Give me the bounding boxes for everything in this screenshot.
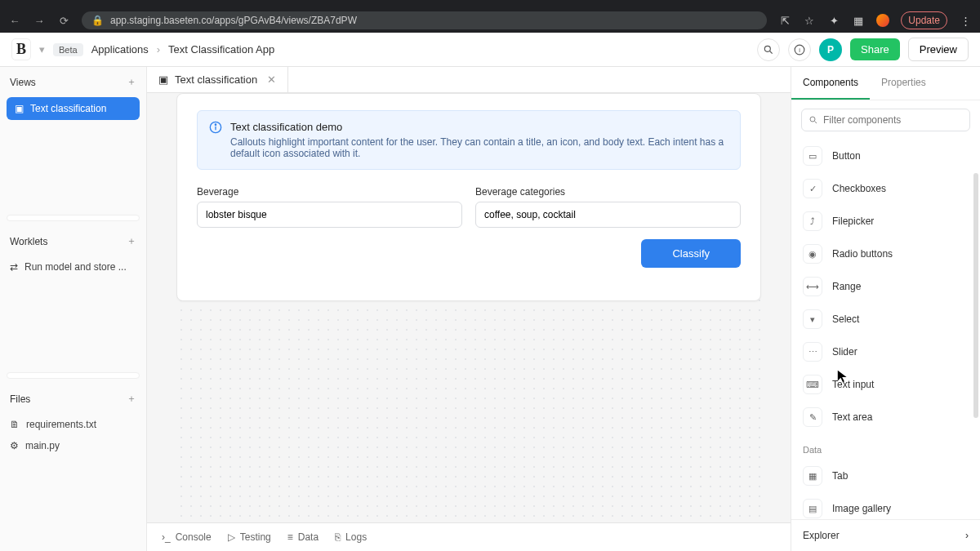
apps-icon[interactable]: ▦	[852, 15, 865, 27]
textarea-icon: ✎	[803, 407, 822, 427]
testing-tab[interactable]: ▷Testing	[228, 531, 271, 543]
back-icon[interactable]: ←	[8, 15, 21, 27]
component-checkboxes[interactable]: ✓Checkboxes	[798, 172, 973, 205]
categories-input[interactable]	[475, 202, 741, 228]
lock-icon: 🔒	[91, 15, 104, 26]
url-bar[interactable]: 🔒 app.staging.baseten.co/apps/gPGAvB4/vi…	[82, 11, 767, 29]
extensions-icon[interactable]: ✦	[827, 15, 840, 27]
component-text-area[interactable]: ✎Text area	[798, 401, 973, 433]
close-icon[interactable]: ✕	[267, 73, 276, 86]
views-title: Views	[10, 77, 36, 88]
update-button[interactable]: Update	[901, 11, 947, 29]
add-worklet-icon[interactable]: ＋	[127, 234, 136, 248]
component-range[interactable]: ⟷Range	[798, 270, 973, 303]
explorer-toggle[interactable]: Explorer ›	[791, 519, 980, 551]
database-icon: ≡	[287, 531, 293, 543]
component-image-gallery[interactable]: ▤Image gallery	[798, 492, 973, 519]
mouse-cursor-icon	[836, 369, 851, 384]
star-icon[interactable]: ☆	[803, 15, 816, 27]
field-label-categories: Beverage categories	[475, 186, 741, 198]
sidebar-view-item[interactable]: ▣ Text classification	[7, 97, 140, 120]
callout-title: Text classification demo	[230, 121, 728, 133]
svg-point-7	[810, 117, 815, 122]
component-text-input[interactable]: ⌨Text input	[798, 368, 973, 401]
component-slider[interactable]: ⋯Slider	[798, 335, 973, 368]
file-icon: ⚙	[10, 440, 19, 451]
component-table[interactable]: ▦Tab	[798, 460, 973, 492]
textinput-icon: ⌨	[803, 375, 822, 394]
logs-tab[interactable]: ⎘Logs	[335, 531, 367, 543]
app-header: B ▾ Beta Applications › Text Classificat…	[0, 33, 980, 67]
range-icon: ⟷	[803, 277, 822, 296]
help-icon[interactable]: i	[788, 38, 811, 61]
add-file-icon[interactable]: ＋	[127, 392, 136, 406]
editor-tab[interactable]: ▣ Text classification ✕	[147, 67, 288, 92]
logo-icon[interactable]: B	[11, 38, 31, 60]
component-button[interactable]: ▭Button	[798, 140, 973, 172]
add-view-icon[interactable]: ＋	[127, 75, 136, 89]
chevron-right-icon: ›	[965, 530, 969, 541]
file-icon: 🗎	[10, 419, 20, 430]
beverage-input[interactable]	[197, 202, 462, 228]
filter-input[interactable]	[823, 114, 963, 126]
field-label-beverage: Beverage	[197, 186, 462, 198]
table-icon: ▦	[803, 466, 822, 486]
worklet-item[interactable]: ⇄ Run model and store ...	[7, 256, 140, 278]
breadcrumb: Applications › Text Classification App	[91, 43, 275, 56]
workflow-icon: ⇄	[10, 261, 18, 273]
data-tab[interactable]: ≡Data	[287, 531, 318, 543]
component-select[interactable]: ▾Select	[798, 303, 973, 335]
reload-icon[interactable]: ⟳	[57, 15, 70, 27]
user-avatar[interactable]: P	[819, 38, 842, 61]
svg-line-8	[815, 122, 817, 124]
right-panel: Components Properties ▭Button ✓Checkboxe…	[791, 67, 980, 551]
forward-icon[interactable]: →	[33, 15, 46, 27]
share-link-icon[interactable]: ⇱	[778, 15, 791, 27]
share-button[interactable]: Share	[850, 38, 900, 60]
browser-chrome: ← → ⟳ 🔒 app.staging.baseten.co/apps/gPGA…	[0, 0, 980, 33]
section-data: Data	[798, 433, 973, 460]
layout-icon: ▣	[158, 73, 168, 86]
worklets-title: Worklets	[10, 236, 47, 247]
tab-properties[interactable]: Properties	[870, 67, 938, 100]
component-radio[interactable]: ◉Radio buttons	[798, 238, 973, 270]
search-icon[interactable]	[757, 38, 780, 61]
svg-point-0	[764, 46, 770, 51]
kebab-icon[interactable]: ⋮	[959, 15, 972, 27]
canvas-area: ▣ Text classification ✕ Text classificat…	[147, 67, 791, 551]
tab-components[interactable]: Components	[791, 67, 870, 100]
url-text: app.staging.baseten.co/apps/gPGAvB4/view…	[110, 15, 357, 26]
beta-badge: Beta	[53, 43, 83, 56]
classify-button[interactable]: Classify	[641, 239, 741, 268]
svg-text:i: i	[799, 46, 800, 53]
search-icon	[808, 115, 818, 125]
bottom-bar: ›_Console ▷Testing ≡Data ⎘Logs	[147, 522, 791, 551]
file-item[interactable]: 🗎 requirements.txt	[7, 414, 140, 435]
layout-icon: ▣	[15, 103, 24, 114]
button-icon: ▭	[803, 146, 822, 166]
profile-avatar-icon[interactable]	[876, 14, 889, 27]
upload-icon: ⤴	[803, 211, 822, 231]
callout: Text classification demo Callouts highli…	[197, 110, 741, 170]
preview-button[interactable]: Preview	[908, 38, 969, 61]
component-filepicker[interactable]: ⤴Filepicker	[798, 205, 973, 238]
check-icon: ✓	[803, 179, 822, 198]
svg-line-1	[770, 51, 773, 53]
scrollbar[interactable]	[973, 173, 978, 418]
svg-point-6	[215, 124, 216, 125]
left-sidebar: Views ＋ ▣ Text classification Worklets ＋…	[0, 67, 147, 551]
crumb-app-name[interactable]: Text Classification App	[168, 43, 274, 56]
callout-body: Callouts highlight important content for…	[230, 136, 728, 159]
files-title: Files	[10, 393, 30, 405]
slider-icon: ⋯	[803, 342, 822, 362]
terminal-icon: ›_	[162, 531, 171, 543]
filter-components[interactable]	[801, 109, 970, 131]
info-icon	[209, 121, 222, 159]
radio-icon: ◉	[803, 244, 822, 264]
console-tab[interactable]: ›_Console	[162, 531, 212, 543]
play-icon: ▷	[228, 531, 235, 543]
gallery-icon: ▤	[803, 499, 822, 518]
file-item[interactable]: ⚙ main.py	[7, 435, 140, 456]
logs-icon: ⎘	[335, 531, 341, 543]
crumb-applications[interactable]: Applications	[91, 43, 149, 56]
